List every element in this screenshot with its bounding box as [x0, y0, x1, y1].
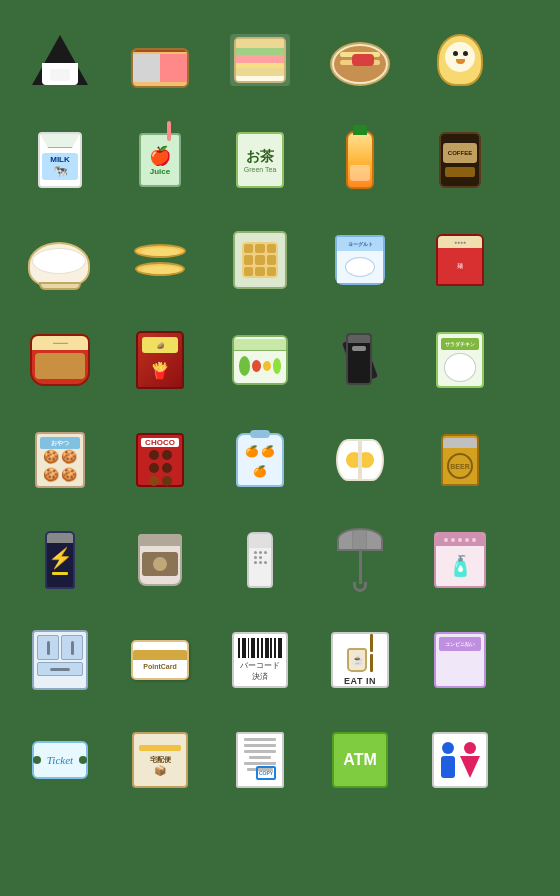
cell-chicken[interactable]: [410, 10, 510, 110]
salada-label: サラダチキン: [445, 341, 475, 347]
cell-yogurt[interactable]: ヨーグルト: [310, 210, 410, 310]
cell-energy[interactable]: ⚡: [10, 510, 110, 610]
cell-salt[interactable]: [210, 510, 310, 610]
cell-ticket[interactable]: Ticket: [10, 710, 110, 810]
cell-sandwich[interactable]: [210, 10, 310, 110]
yogurt-icon: ヨーグルト: [335, 235, 385, 285]
oyatsu-icon: おやつ 🍪 🍪 🍪 🍪: [35, 432, 85, 488]
cell-juice[interactable]: 🍎 Juice: [110, 110, 210, 210]
store-fridge-icon: [32, 630, 88, 690]
energy-can-icon: ⚡: [45, 531, 75, 589]
chicken-icon: [431, 29, 489, 91]
cell-tea[interactable]: お茶 Green Tea: [210, 110, 310, 210]
orange-drink-icon: [346, 131, 374, 189]
delivery-icon: 宅配便 📦: [132, 732, 188, 788]
waffle-icon: [233, 231, 287, 289]
cell-wc[interactable]: [410, 710, 510, 810]
wc-icon: [432, 732, 488, 788]
cell-rice-bowl[interactable]: [10, 210, 110, 310]
rice-bowl-icon: [28, 232, 92, 288]
beer-label: BEER: [450, 463, 469, 470]
cell-conbini-pay[interactable]: コンビニ払い: [410, 610, 510, 710]
icon-grid: MILK 🐄 🍎 Juice お茶 Green Tea: [0, 0, 560, 820]
cell-copy[interactable]: COPY: [210, 710, 310, 810]
black-can-icon: [346, 333, 374, 387]
cell-pancake[interactable]: [110, 210, 210, 310]
cell-orange-drink[interactable]: [310, 110, 410, 210]
cell-coffee-cup[interactable]: [110, 510, 210, 610]
cell-point-card[interactable]: PointCard: [110, 610, 210, 710]
milk-label-text: MILK: [44, 155, 76, 164]
cell-bento[interactable]: [110, 10, 210, 110]
cell-store-fridge[interactable]: [10, 610, 110, 710]
barcode-line1: バーコード: [240, 660, 280, 671]
salad-bento-icon: [232, 335, 288, 385]
coffee-can-icon: COFFEE: [439, 132, 481, 188]
salada-chicken-icon: サラダチキン: [436, 332, 484, 388]
cell-salad-bento[interactable]: [210, 310, 310, 410]
conbini-pay-label: コンビニ払い: [445, 641, 475, 647]
cell-choco[interactable]: CHOCO: [110, 410, 210, 510]
cell-milk[interactable]: MILK 🐄: [10, 110, 110, 210]
juice-icon: 🍎 Juice: [139, 133, 181, 187]
cell-cup-noodle[interactable]: ●●●● 麺: [410, 210, 510, 310]
cell-noodle-bowl[interactable]: ━━━━━: [10, 310, 110, 410]
fruit-bag-icon: 🍊 🍊 🍊: [236, 433, 284, 487]
coffee-can-label: COFFEE: [448, 150, 472, 156]
barcode-line2: 決済: [240, 671, 280, 682]
yogurt-label-text: ヨーグルト: [348, 241, 373, 247]
cell-salada-chicken[interactable]: サラダチキン: [410, 310, 510, 410]
cell-ramen[interactable]: [310, 10, 410, 110]
salt-shaker-icon: [247, 532, 273, 588]
atm-icon: ATM: [332, 732, 388, 788]
eat-in-icon: ☕ EAT IN: [331, 632, 389, 688]
cell-umbrella[interactable]: [310, 510, 410, 610]
cup-noodle-icon: ●●●● 麺: [436, 234, 484, 286]
copy-icon: COPY: [236, 732, 284, 788]
wc-male: [441, 742, 455, 778]
cell-onigiri[interactable]: [10, 10, 110, 110]
chip-label: 🥔: [157, 342, 164, 349]
ramen-icon: [329, 34, 391, 86]
tea-label-text: お茶: [246, 148, 274, 166]
cell-boiled-egg[interactable]: [310, 410, 410, 510]
choco-icon: CHOCO: [136, 433, 184, 487]
cell-fruit-bag[interactable]: 🍊 🍊 🍊: [210, 410, 310, 510]
sandwich-icon: [230, 34, 290, 86]
noodle-bowl-icon: ━━━━━: [30, 334, 90, 386]
pancake-icon: [134, 244, 186, 276]
cell-oyatsu[interactable]: おやつ 🍪 🍪 🍪 🍪: [10, 410, 110, 510]
barcode-sign-icon: バーコード 決済: [232, 632, 288, 688]
wc-female: [460, 742, 480, 778]
chip-bag-icon: 🥔 🍟: [136, 331, 184, 389]
tea-icon: お茶 Green Tea: [236, 132, 284, 188]
conbini-pay-icon: コンビニ払い: [434, 632, 486, 688]
bento-icon: [130, 32, 190, 88]
cell-beer[interactable]: BEER: [410, 410, 510, 510]
copy-label: COPY: [259, 770, 273, 776]
beer-can-icon: BEER: [441, 434, 479, 486]
coffee-cup-icon: [138, 534, 182, 586]
point-card-label: PointCard: [143, 663, 176, 670]
cell-chip-bag[interactable]: 🥔 🍟: [110, 310, 210, 410]
ziploc-icon: 🧴: [434, 532, 486, 588]
cell-waffle[interactable]: [210, 210, 310, 310]
cell-barcode[interactable]: バーコード 決済: [210, 610, 310, 710]
point-card-icon: PointCard: [131, 640, 189, 680]
ticket-label: Ticket: [47, 754, 73, 766]
boiled-egg-icon: [335, 438, 385, 482]
choco-label: CHOCO: [145, 438, 175, 447]
cell-delivery[interactable]: 宅配便 📦: [110, 710, 210, 810]
eat-in-label: EAT IN: [344, 676, 376, 686]
onigiri-icon: [32, 35, 88, 85]
cell-eat-in[interactable]: ☕ EAT IN: [310, 610, 410, 710]
oyatsu-text: おやつ: [51, 439, 69, 448]
cell-atm[interactable]: ATM: [310, 710, 410, 810]
ticket-icon: Ticket: [32, 741, 88, 779]
milk-icon: MILK 🐄: [38, 132, 82, 188]
atm-label: ATM: [343, 751, 376, 769]
cell-coffee-can[interactable]: COFFEE: [410, 110, 510, 210]
umbrella-icon: [336, 528, 384, 592]
cell-ziploc[interactable]: 🧴: [410, 510, 510, 610]
cell-black-can[interactable]: [310, 310, 410, 410]
